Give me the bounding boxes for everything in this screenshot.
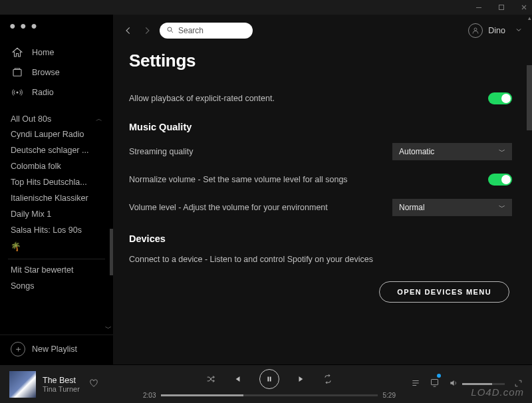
- volume-icon: [449, 378, 458, 390]
- search-input[interactable]: Search: [160, 23, 253, 39]
- nav-label: Browse: [32, 68, 60, 77]
- now-playing: The Best Tina Turner: [9, 371, 136, 398]
- setting-label: Streaming quality: [129, 147, 194, 156]
- forward-button[interactable]: [141, 26, 153, 35]
- player-bar: The Best Tina Turner 2:03 5:29: [0, 364, 532, 403]
- previous-button[interactable]: [233, 374, 242, 384]
- maximize-button[interactable]: [497, 3, 505, 11]
- playlist-item[interactable]: Top Hits Deutschla...: [0, 174, 113, 190]
- radio-icon: [11, 86, 24, 98]
- user-menu[interactable]: Dino: [468, 23, 523, 38]
- nav-list: Home Browse Radio: [0, 40, 113, 109]
- playlist-item[interactable]: Colombia folk: [0, 158, 113, 174]
- nav-home[interactable]: Home: [0, 43, 113, 63]
- user-avatar-icon: [468, 23, 483, 38]
- setting-explicit: Allow playback of explicit-rated content…: [129, 86, 512, 111]
- streaming-quality-select[interactable]: Automatic ﹀: [392, 143, 512, 160]
- setting-label: Normalize volume - Set the same volume l…: [129, 175, 348, 184]
- heart-icon[interactable]: [89, 378, 98, 390]
- scroll-up-icon[interactable]: ▴: [528, 15, 531, 21]
- expand-button[interactable]: [514, 378, 523, 390]
- setting-label: Connect to a device - Listen to and cont…: [129, 255, 373, 264]
- time-elapsed: 2:03: [143, 392, 156, 399]
- chevron-down-icon[interactable]: ﹀: [105, 324, 112, 333]
- svg-point-5: [474, 28, 477, 31]
- svg-rect-2: [13, 70, 21, 76]
- section-devices: Devices: [129, 233, 512, 244]
- playlist-item[interactable]: 🌴: [0, 238, 113, 255]
- time-total: 5:29: [383, 392, 396, 399]
- window-titlebar: [0, 0, 532, 15]
- devices-button[interactable]: [430, 378, 440, 390]
- nav-radio[interactable]: Radio: [0, 82, 113, 102]
- shuffle-button[interactable]: [206, 374, 215, 384]
- playlist-item[interactable]: Songs: [0, 278, 113, 294]
- progress-bar[interactable]: 2:03 5:29: [143, 392, 396, 399]
- track-artist[interactable]: Tina Turner: [43, 385, 80, 393]
- playlist-item[interactable]: Daily Mix 1: [0, 206, 113, 222]
- playlist-item[interactable]: All Out 80s ︿: [0, 112, 113, 126]
- setting-normalize: Normalize volume - Set the same volume l…: [129, 167, 512, 192]
- sidebar: ● ● ● Home Browse Radio All Out 80s ︿ Cy…: [0, 15, 113, 364]
- settings-content: Settings Allow playback of explicit-rate…: [113, 47, 532, 364]
- playlist-label: All Out 80s: [11, 114, 51, 124]
- play-pause-button[interactable]: [259, 369, 279, 389]
- playlist-item[interactable]: Italienische Klassiker: [0, 190, 113, 206]
- chevron-down-icon: ﹀: [499, 147, 505, 156]
- back-button[interactable]: [122, 26, 134, 35]
- svg-rect-1: [499, 5, 504, 10]
- setting-label: Volume level - Adjust the volume for you…: [129, 203, 328, 212]
- volume-control[interactable]: [449, 378, 505, 390]
- select-value: Automatic: [399, 147, 434, 156]
- search-icon: [166, 25, 174, 37]
- new-playlist-label: New Playlist: [32, 344, 77, 354]
- divider: [8, 259, 105, 259]
- nav-label: Radio: [32, 88, 54, 97]
- page-title: Settings: [129, 51, 512, 71]
- queue-button[interactable]: [411, 378, 420, 390]
- svg-point-4: [168, 27, 172, 31]
- svg-rect-7: [270, 377, 271, 382]
- app-menu-button[interactable]: ● ● ●: [0, 15, 113, 40]
- track-title[interactable]: The Best: [43, 376, 80, 385]
- playlist-item[interactable]: Mit Star bewertet: [0, 262, 113, 278]
- repeat-button[interactable]: [323, 374, 332, 384]
- setting-volume-level: Volume level - Adjust the volume for you…: [129, 192, 512, 223]
- setting-streaming-quality: Streaming quality Automatic ﹀: [129, 136, 512, 167]
- home-icon: [11, 47, 24, 59]
- nav-browse[interactable]: Browse: [0, 63, 113, 82]
- topbar: Search Dino: [113, 15, 532, 47]
- section-music-quality: Music Quality: [129, 122, 512, 132]
- new-playlist-button[interactable]: ＋ New Playlist: [0, 335, 113, 364]
- album-art[interactable]: [9, 371, 36, 398]
- playlist-list: All Out 80s ︿ Cyndi Lauper Radio Deutsch…: [0, 109, 113, 335]
- setting-label: Allow playback of explicit-rated content…: [129, 94, 275, 103]
- explicit-toggle[interactable]: [488, 92, 512, 104]
- normalize-toggle[interactable]: [488, 174, 512, 186]
- svg-rect-6: [268, 377, 269, 382]
- search-placeholder: Search: [178, 26, 203, 35]
- playlist-item[interactable]: Salsa Hits: Los 90s: [0, 222, 113, 238]
- next-button[interactable]: [297, 374, 306, 384]
- svg-rect-8: [432, 380, 438, 385]
- svg-point-3: [17, 92, 19, 94]
- open-devices-button[interactable]: OPEN DEVICES MENU: [379, 281, 509, 303]
- playlist-item[interactable]: Cyndi Lauper Radio: [0, 126, 113, 142]
- svg-rect-0: [476, 7, 481, 8]
- select-value: Normal: [399, 203, 425, 212]
- username: Dino: [488, 26, 505, 35]
- chevron-down-icon: ﹀: [499, 203, 505, 212]
- nav-label: Home: [32, 48, 54, 57]
- plus-icon: ＋: [11, 342, 25, 356]
- minimize-button[interactable]: [475, 3, 483, 11]
- playlist-item[interactable]: Deutsche schlager ...: [0, 142, 113, 158]
- volume-level-select[interactable]: Normal ﹀: [392, 199, 512, 216]
- chevron-up-icon: ︿: [96, 114, 102, 124]
- player-center: 2:03 5:29: [136, 369, 403, 399]
- player-right: [403, 378, 523, 390]
- browse-icon: [11, 67, 24, 78]
- status-dot-icon: [437, 374, 441, 378]
- setting-devices-desc: Connect to a device - Listen to and cont…: [129, 248, 512, 271]
- close-button[interactable]: [520, 3, 528, 11]
- chevron-down-icon: [515, 26, 523, 36]
